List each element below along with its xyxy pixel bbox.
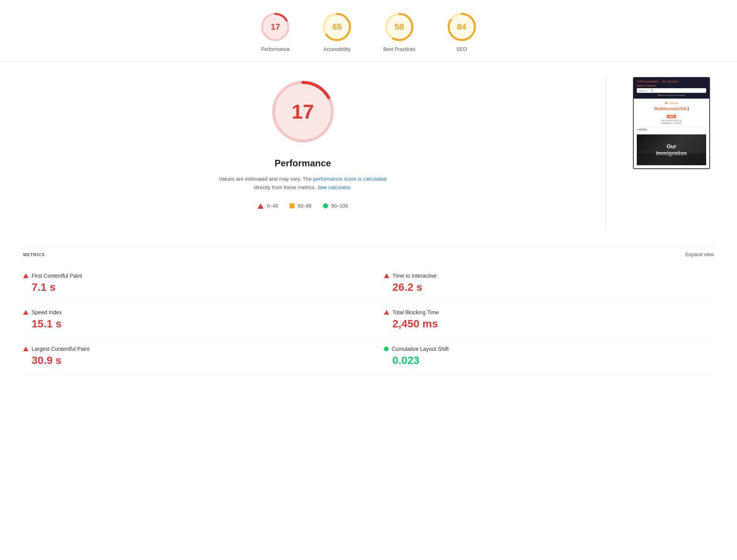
metric-fcp-indicator: [23, 273, 29, 278]
metric-si-label: Speed Index: [32, 309, 62, 315]
score-label-seo: SEO: [456, 46, 467, 52]
preview-logo: MyAttorneyUSA |: [637, 106, 706, 111]
preview-logo-text2: USA: [678, 106, 687, 111]
legend-average: 50–89: [289, 203, 311, 209]
legend-fail: 0–49: [257, 203, 278, 209]
metrics-grid: First Contentful Paint 7.1 s Time to Int…: [23, 265, 714, 375]
preview-topbar: Online Consultation Ask a Question Make …: [634, 78, 709, 99]
score-label-accessibility: Accessibility: [323, 46, 351, 52]
preview-link-question: Ask a Question: [662, 80, 679, 83]
metric-cls-value: 0.023: [392, 354, 714, 367]
metric-lcp-name-row: Largest Contentful Paint: [23, 346, 345, 352]
score-value-accessibility: 65: [332, 22, 342, 32]
metric-tti-name-row: Time to Interactive: [384, 273, 714, 279]
legend-average-icon: [289, 203, 294, 208]
score-accessibility[interactable]: 65 Accessibility: [321, 12, 352, 52]
metric-cls-indicator: [384, 347, 389, 351]
preview-link-consultation: Online Consultation: [637, 80, 659, 83]
score-circle-accessibility: 65: [321, 12, 352, 42]
metric-cls-label: Cumulative Layout Shift: [392, 346, 449, 352]
legend-fail-label: 0–49: [267, 203, 278, 209]
metric-lcp: Largest Contentful Paint 30.9 s: [23, 338, 368, 375]
preview-hero-image: OurImmigration: [637, 134, 706, 165]
search-icon: 🔍: [650, 89, 654, 92]
metric-tbt-label: Total Blocking Time: [392, 309, 439, 315]
preview-body: ☎ Call Us! MyAttorneyUSA | GNS THE LAW O…: [634, 99, 709, 168]
metric-tbt-indicator: [384, 310, 389, 315]
score-label-best-practices: Best Practices: [383, 46, 415, 52]
metrics-header: METRICS Expand view: [23, 246, 714, 262]
right-panel: Online Consultation Ask a Question Make …: [629, 77, 714, 231]
metric-si: Speed Index 15.1 s: [23, 302, 368, 338]
metric-si-name-row: Speed Index: [23, 309, 345, 315]
preview-law-offices: THE LAW OFFICES OFGRENBERG & SIEGAL: [661, 119, 681, 124]
website-preview: Online Consultation Ask a Question Make …: [633, 77, 710, 169]
metric-tti-indicator: [384, 273, 389, 278]
preview-payment-link: Make a Payment: [637, 84, 706, 87]
preview-image-overlay: [637, 154, 706, 165]
preview-search-text: Search...: [639, 89, 649, 92]
metric-cls: Cumulative Layout Shift 0.023: [368, 338, 714, 375]
score-label-performance: Performance: [261, 46, 289, 52]
preview-lang: Версия на русском языке: [637, 94, 706, 96]
vertical-divider: [606, 77, 606, 231]
left-panel: 17 Performance Values are estimated and …: [23, 77, 582, 231]
legend-pass: 90–100: [323, 203, 348, 209]
scores-bar: 17 Performance 65 Accessibility 58 Best …: [0, 0, 737, 62]
score-circle-best-practices: 58: [384, 12, 415, 42]
metric-cls-name-row: Cumulative Layout Shift: [384, 346, 714, 352]
legend-fail-icon: [257, 203, 264, 209]
metric-si-indicator: [23, 310, 29, 315]
expand-view-button[interactable]: Expand view: [685, 251, 714, 257]
preview-gns-block: GNS THE LAW OFFICES OFGRENBERG & SIEGAL: [661, 112, 681, 124]
metric-fcp-value: 7.1 s: [32, 281, 345, 293]
preview-search: Search... 🔍: [637, 88, 706, 93]
metric-tbt-name-row: Total Blocking Time: [384, 309, 714, 315]
performance-score-link[interactable]: performance score is calculated: [313, 176, 387, 182]
legend: 0–49 50–89 90–100: [257, 203, 348, 209]
metric-tti-label: Time to Interactive: [392, 273, 437, 279]
score-circle-performance: 17: [260, 12, 291, 42]
score-seo[interactable]: 84 SEO: [446, 12, 477, 52]
metric-tbt-value: 2,450 ms: [392, 318, 714, 330]
legend-average-label: 50–89: [298, 203, 311, 209]
score-performance[interactable]: 17 Performance: [260, 12, 291, 52]
preview-top-links: Online Consultation Ask a Question: [637, 80, 706, 83]
preview-logo-text1: MyAttorney: [654, 106, 678, 111]
preview-call: ☎ Call Us!: [637, 102, 706, 105]
legend-pass-label: 90–100: [331, 203, 348, 209]
metric-lcp-value: 30.9 s: [32, 354, 345, 367]
see-calculator-link[interactable]: See calculator: [318, 184, 350, 190]
metrics-title: METRICS: [23, 252, 45, 257]
metric-lcp-label: Largest Contentful Paint: [32, 346, 89, 352]
metric-tbt: Total Blocking Time 2,450 ms: [368, 302, 714, 338]
metric-lcp-indicator: [23, 347, 29, 351]
score-best-practices[interactable]: 58 Best Practices: [383, 12, 415, 52]
big-score-container: 17: [268, 77, 338, 146]
metrics-section: METRICS Expand view First Contentful Pai…: [0, 246, 737, 390]
performance-title: Performance: [274, 158, 331, 169]
main-content: 17 Performance Values are estimated and …: [0, 62, 737, 246]
metric-fcp-label: First Contentful Paint: [32, 273, 82, 279]
performance-description: Values are estimated and may vary. The p…: [210, 175, 395, 191]
preview-gns-label: GNS: [667, 115, 676, 118]
score-value-best-practices: 58: [395, 22, 404, 32]
metric-si-value: 15.1 s: [32, 318, 345, 330]
score-circle-seo: 84: [446, 12, 477, 42]
metric-tti: Time to Interactive 26.2 s: [368, 265, 714, 302]
legend-pass-icon: [323, 203, 328, 208]
score-value-performance: 17: [271, 22, 280, 32]
metric-fcp-name-row: First Contentful Paint: [23, 273, 345, 279]
preview-menu: ≡ MENU: [637, 127, 706, 132]
big-score-value: 17: [292, 100, 314, 123]
metric-fcp: First Contentful Paint 7.1 s: [23, 265, 368, 302]
metric-tti-value: 26.2 s: [392, 281, 714, 293]
preview-logo-sub: GNS THE LAW OFFICES OFGRENBERG & SIEGAL: [637, 112, 706, 124]
score-value-seo: 84: [457, 22, 466, 32]
